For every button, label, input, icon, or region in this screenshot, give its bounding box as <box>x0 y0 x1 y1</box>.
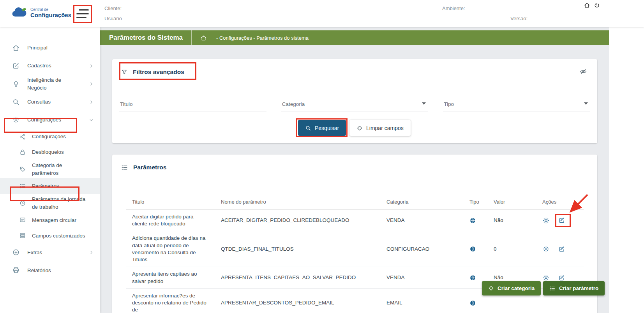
sidebar-subitem-parametros[interactable]: Parâmetros <box>0 178 100 194</box>
breadcrumb-home-icon[interactable] <box>200 35 207 41</box>
globe-icon <box>469 300 481 306</box>
home-icon[interactable] <box>583 2 591 10</box>
main-content: Parâmetros do Sistema - Configurações - … <box>100 27 609 313</box>
list-icon <box>121 164 128 171</box>
stacked-rows-icon <box>19 232 26 239</box>
list-icon <box>549 285 556 292</box>
globe-icon <box>469 217 481 224</box>
column-header-tipo: Tipo <box>463 194 487 210</box>
criar-parametro-button[interactable]: Criar parâmetro <box>543 281 605 295</box>
cell-titulo: Apresentar informac?es de desconto no re… <box>126 288 215 313</box>
filters-title-row: Filtros avançados <box>112 59 597 77</box>
titulo-input[interactable]: Titulo <box>119 99 266 111</box>
sidebar-item-label: Extras <box>27 249 42 257</box>
search-icon <box>305 125 311 131</box>
printer-icon <box>12 266 20 274</box>
diamond-tag-icon <box>356 125 363 131</box>
cell-titulo: Adiciona quantidade de dias na data atua… <box>126 231 215 267</box>
sidebar-item-label: Cadastros <box>27 62 51 70</box>
tag-icon <box>19 166 26 173</box>
sidebar-item-label: Configurações <box>32 133 66 141</box>
unlock-icon <box>19 149 26 156</box>
pencil-square-icon <box>12 62 20 70</box>
sidebar-item-label: Inteligência de Negócio <box>27 76 75 91</box>
sidebar-item-label: Campos customizados <box>32 232 85 240</box>
cell-categoria: VENDA <box>380 267 463 288</box>
sidebar-subitem-desbloqueios[interactable]: Desbloqueios <box>0 144 100 160</box>
cloud-logo-icon <box>11 6 27 19</box>
sidebar-item-relatorios[interactable]: Relatórios <box>0 261 100 279</box>
pesquisar-button[interactable]: Pesquisar <box>298 120 346 136</box>
sidebar-subitem-mensagem-circular[interactable]: Mensagem circular <box>0 212 100 228</box>
logo-line2: Configurações <box>30 12 71 18</box>
menu-toggle-button[interactable] <box>76 9 89 19</box>
parameters-title: Parâmetros <box>133 164 166 171</box>
settings-gear-icon[interactable] <box>542 274 550 281</box>
sidebar-item-label: Desbloqueios <box>32 148 64 156</box>
app-logo[interactable]: Central de Configurações <box>11 6 71 19</box>
sidebar-item-cadastros[interactable]: Cadastros <box>0 57 100 75</box>
divider <box>191 30 192 45</box>
sidebar-subitem-parametros-da-jornada[interactable]: Parâmetros da jornada de trabalho <box>0 194 100 212</box>
criar-parametro-label: Criar parâmetro <box>559 285 598 291</box>
page-title: Parâmetros do Sistema <box>109 34 183 42</box>
hide-filters-eye-off-icon[interactable] <box>579 68 587 77</box>
sidebar-item-label: Consultas <box>27 98 51 106</box>
logo-line1: Central de <box>30 7 71 12</box>
page-header-bar: Parâmetros do Sistema - Configurações - … <box>100 30 609 45</box>
logout-power-icon[interactable] <box>593 2 600 10</box>
sidebar-item-principal[interactable]: Principal <box>0 39 100 57</box>
sidebar-item-label: Relatórios <box>27 267 51 274</box>
sidebar-item-configuracoes[interactable]: Configurações <box>0 111 100 129</box>
home-icon <box>12 44 20 52</box>
filter-fields: Titulo Categoria Tipo <box>119 99 590 111</box>
sidebar-item-label: Principal <box>27 44 48 52</box>
plus-circle-icon <box>12 248 20 256</box>
filters-card: Filtros avançados Titulo Categoria Tipo <box>112 59 597 143</box>
chevron-right-icon <box>89 250 94 255</box>
sidebar-item-inteligencia-de-negocio[interactable]: Inteligência de Negócio <box>0 75 100 93</box>
criar-categoria-button[interactable]: Criar categoria <box>482 281 541 295</box>
column-header-categoria: Categoria <box>380 194 463 210</box>
edit-icon[interactable] <box>558 274 565 281</box>
edit-icon[interactable] <box>558 217 565 224</box>
app-root: Central de Configurações Cliente: Usuári… <box>0 0 644 313</box>
dropdown-arrow-icon <box>584 102 588 105</box>
categoria-select[interactable]: Categoria <box>281 99 429 111</box>
globe-icon <box>469 274 481 281</box>
column-header-acoes: Ações <box>536 194 584 210</box>
edit-icon[interactable] <box>558 246 565 253</box>
sidebar-item-label: Parâmetros <box>32 182 59 190</box>
cell-nome: APRESENTA_ITENS_CAPITAES_AO_SALVAR_PEDID… <box>215 267 380 288</box>
sidebar-item-consultas[interactable]: Consultas <box>0 93 100 111</box>
environment-label: Ambiente: <box>442 5 465 11</box>
breadcrumb: - Configurações - Parâmetros do sistema <box>216 35 309 41</box>
version-label: Versão: <box>510 16 528 21</box>
tipo-select[interactable]: Tipo <box>443 99 590 111</box>
list-icon <box>19 183 26 190</box>
settings-gear-icon[interactable] <box>542 217 550 224</box>
configuracoes-submenu: Configurações Desbloqueios Categoria de … <box>0 129 100 243</box>
cell-valor: 0 <box>487 231 536 267</box>
limpar-campos-button[interactable]: Limpar campos <box>349 120 411 136</box>
column-header-titulo: Titulo <box>126 194 215 210</box>
sidebar-item-extras[interactable]: Extras <box>0 243 100 261</box>
settings-gear-icon[interactable] <box>542 245 550 253</box>
sidebar-subitem-configuracoes[interactable]: Configurações <box>0 129 100 144</box>
cell-tipo <box>463 231 487 267</box>
topbar-actions <box>583 2 600 10</box>
filter-funnel-icon <box>121 69 128 76</box>
table-row: Aceitar digitar pedido para cliente rede… <box>126 210 584 231</box>
criar-categoria-label: Criar categoria <box>498 285 535 291</box>
dropdown-arrow-icon <box>422 102 426 105</box>
sidebar-subitem-campos-customizados[interactable]: Campos customizados <box>0 228 100 243</box>
cell-valor: Não <box>487 210 536 231</box>
limpar-campos-button-label: Limpar campos <box>366 125 404 131</box>
cell-titulo: Apresenta itens capitaes ao salvar pedid… <box>126 267 215 288</box>
sidebar-item-label: Parâmetros da jornada de trabalho <box>32 195 86 211</box>
cell-nome: QTDE_DIAS_FINAL_TITULOS <box>215 231 380 267</box>
chevron-right-icon <box>89 81 94 86</box>
sidebar-subitem-categoria-de-parametros[interactable]: Categoria de parâmetros <box>0 160 100 178</box>
cell-categoria: VENDA <box>380 210 463 231</box>
pesquisar-button-label: Pesquisar <box>315 125 339 131</box>
